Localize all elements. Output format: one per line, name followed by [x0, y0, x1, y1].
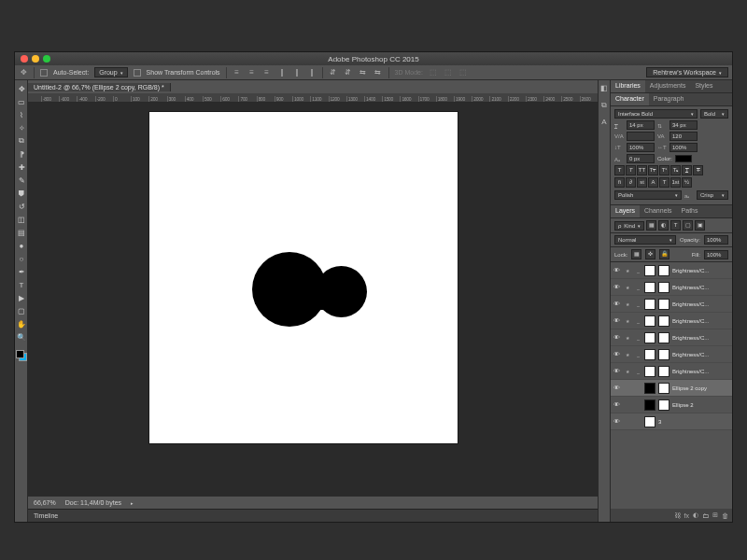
layer-thumbnail[interactable]	[644, 299, 655, 310]
panel-tab[interactable]: Character	[611, 93, 649, 105]
brush-tool[interactable]: ✎	[15, 174, 28, 187]
layer-mask-thumbnail[interactable]	[658, 315, 669, 327]
canvas-viewport[interactable]: ⤡	[28, 103, 598, 496]
antialias-dropdown[interactable]: Crisp▾	[697, 190, 728, 200]
layer-mask-thumbnail[interactable]	[658, 265, 669, 276]
panel-tab[interactable]: Paragraph	[649, 93, 689, 105]
visibility-icon[interactable]: 👁	[613, 418, 621, 426]
layer-name[interactable]: Brightness/C...	[672, 301, 729, 307]
distribute-icon[interactable]: ⇆	[359, 68, 368, 77]
layer-name[interactable]: Ellipse 2 copy	[672, 385, 729, 391]
eraser-tool[interactable]: ◫	[15, 213, 28, 226]
layer-name[interactable]: Brightness/C...	[672, 369, 729, 374]
underline-button[interactable]: T̲	[682, 165, 692, 175]
language-dropdown[interactable]: Polish▾	[614, 190, 682, 200]
visibility-icon[interactable]: 👁	[613, 401, 621, 409]
layer-name[interactable]: 3	[658, 419, 729, 425]
foreground-color-swatch[interactable]	[16, 350, 24, 358]
layer-name[interactable]: Brightness/C...	[672, 352, 729, 357]
layer-thumbnail[interactable]	[644, 366, 655, 377]
strike-button[interactable]: T̶	[693, 165, 703, 175]
zoom-tool[interactable]: 🔍	[15, 330, 28, 343]
layer-name[interactable]: Ellipse 2	[672, 402, 729, 408]
eyedropper-tool[interactable]: ⁋	[15, 147, 28, 161]
canvas[interactable]: ⤡	[149, 112, 458, 443]
layer-row[interactable]: 👁Ellipse 2 copy	[611, 380, 732, 397]
delete-layer-icon[interactable]: 🗑	[722, 512, 728, 519]
superscript-button[interactable]: T¹	[659, 165, 669, 175]
layer-thumbnail[interactable]	[644, 265, 655, 276]
opacity-input[interactable]: 100%	[704, 235, 728, 245]
vscale-input[interactable]: 100%	[627, 143, 655, 152]
fill-input[interactable]: 100%	[704, 250, 728, 259]
document-tab[interactable]: Untitled-2 @ 66,7% (Ellipse 2 copy, RGB/…	[28, 83, 171, 91]
close-window-icon[interactable]	[21, 55, 28, 63]
filter-shape-icon[interactable]: ▢	[683, 220, 693, 231]
filter-adjust-icon[interactable]: ◐	[658, 220, 669, 231]
blur-tool[interactable]: ●	[15, 239, 28, 252]
visibility-icon[interactable]: 👁	[613, 385, 621, 392]
marquee-tool[interactable]: ▭	[15, 95, 28, 108]
smallcaps-button[interactable]: Tᴛ	[648, 165, 658, 175]
opentype-button[interactable]: 1st	[670, 177, 681, 188]
show-transform-checkbox[interactable]	[134, 69, 141, 77]
layer-row[interactable]: 👁Ellipse 2	[611, 397, 732, 413]
distribute-icon[interactable]: ⇵	[329, 68, 338, 77]
timeline-panel[interactable]: Timeline	[28, 509, 598, 522]
layer-mask-thumbnail[interactable]	[658, 299, 669, 310]
layer-name[interactable]: Brightness/C...	[672, 335, 729, 341]
lock-position-icon[interactable]: ✜	[645, 249, 655, 259]
align-icon[interactable]: ≡	[233, 68, 242, 77]
layer-row[interactable]: 👁★⎯Brightness/C...	[611, 279, 732, 296]
panel-icon[interactable]: ⧉	[599, 101, 609, 110]
layer-mask-thumbnail[interactable]	[658, 399, 669, 411]
layer-row[interactable]: 👁3	[611, 413, 732, 430]
align-icon[interactable]: ‖	[307, 68, 317, 77]
visibility-icon[interactable]: 👁	[613, 368, 621, 375]
align-icon[interactable]: ≡	[247, 68, 257, 77]
history-brush-tool[interactable]: ↺	[15, 200, 28, 213]
layer-row[interactable]: 👁★⎯Brightness/C...	[611, 346, 732, 363]
layer-mask-thumbnail[interactable]	[658, 282, 669, 293]
color-swatches[interactable]	[15, 349, 28, 366]
panel-tab[interactable]: Libraries	[611, 80, 645, 92]
layer-mask-icon[interactable]: ◐	[693, 511, 698, 519]
visibility-icon[interactable]: 👁	[613, 317, 621, 325]
font-family-dropdown[interactable]: Interface Bold▾	[614, 109, 698, 119]
layer-name[interactable]: Brightness/C...	[672, 285, 729, 290]
dodge-tool[interactable]: ○	[15, 252, 28, 265]
layer-list[interactable]: 👁★⎯Brightness/C...👁★⎯Brightness/C...👁★⎯B…	[611, 262, 732, 509]
panel-tab[interactable]: Channels	[640, 205, 677, 217]
opentype-button[interactable]: T	[659, 177, 669, 188]
align-icon[interactable]: ‖	[277, 68, 287, 77]
zoom-level[interactable]: 66,67%	[34, 499, 56, 506]
panel-tab[interactable]: Adjustments	[645, 80, 691, 92]
opentype-button[interactable]: A	[648, 177, 658, 188]
layer-name[interactable]: Brightness/C...	[672, 268, 729, 273]
layer-mask-thumbnail[interactable]	[658, 332, 669, 343]
distribute-icon[interactable]: ⇵	[344, 68, 353, 77]
opentype-button[interactable]: st	[637, 177, 647, 188]
layer-row[interactable]: 👁★⎯Brightness/C...	[611, 313, 732, 329]
visibility-icon[interactable]: 👁	[613, 351, 621, 358]
shape-tool[interactable]: ▢	[15, 304, 28, 317]
bold-button[interactable]: T	[614, 165, 625, 175]
filter-smart-icon[interactable]: ▣	[695, 220, 705, 231]
layer-thumbnail[interactable]	[644, 383, 655, 394]
panel-tab[interactable]: Layers	[611, 205, 640, 217]
layer-row[interactable]: 👁★⎯Brightness/C...	[611, 329, 732, 346]
panel-tab[interactable]: Styles	[690, 80, 717, 92]
opentype-button[interactable]: ∂	[626, 177, 636, 188]
opentype-button[interactable]: ½	[682, 177, 692, 188]
auto-select-mode-dropdown[interactable]: Group▾	[94, 67, 127, 77]
filter-type-icon[interactable]: T	[670, 220, 681, 231]
baseline-input[interactable]: 0 px	[627, 154, 655, 163]
doc-info[interactable]: Doc: 11,4M/0 bytes	[65, 499, 121, 506]
font-size-input[interactable]: 14 px	[627, 120, 655, 130]
layer-filter-kind[interactable]: ρKind▾	[614, 221, 644, 231]
magic-wand-tool[interactable]: ✧	[15, 121, 28, 134]
layer-thumbnail[interactable]	[644, 315, 655, 327]
layer-thumbnail[interactable]	[644, 399, 655, 411]
layer-thumbnail[interactable]	[644, 282, 655, 293]
filter-pixel-icon[interactable]: ▦	[646, 220, 656, 231]
